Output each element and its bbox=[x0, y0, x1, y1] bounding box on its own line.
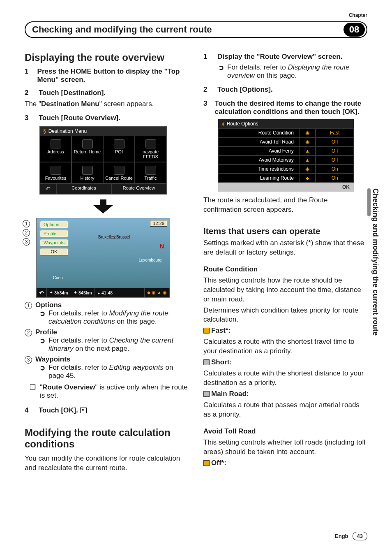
lang-label: Engb bbox=[335, 533, 348, 539]
refer-text: For details, refer to Editing waypoints … bbox=[48, 364, 189, 380]
rov-waypoints-button: Waypoints bbox=[40, 239, 68, 246]
map-city-label: Bruxelles:Brussel bbox=[98, 235, 130, 239]
dest-menu-header: §Destination Menu bbox=[40, 127, 166, 136]
page-title: Checking and modifying the current route bbox=[32, 24, 344, 35]
step-text: Display the "Route Overview" screen. bbox=[217, 53, 342, 61]
callout-marker: 2 bbox=[23, 229, 30, 236]
body-text: This setting controls whether toll roads… bbox=[203, 438, 367, 457]
step-text: Touch [Route Overview]. bbox=[39, 114, 120, 122]
page-footer: Engb 43 bbox=[335, 532, 367, 540]
dest-item: POI bbox=[103, 136, 135, 162]
body-text: Calculates a route with the shortest tra… bbox=[203, 337, 367, 356]
poi-icon bbox=[114, 139, 125, 148]
callout-number: 2 bbox=[25, 329, 32, 336]
option-label: Short: bbox=[211, 358, 232, 366]
dest-item: Favourites bbox=[40, 162, 71, 183]
option-icon bbox=[203, 391, 210, 397]
step-text: Touch [OK]. bbox=[39, 406, 88, 415]
refer-icon: ➲ bbox=[39, 336, 45, 353]
callout-label: Options bbox=[35, 301, 62, 309]
heading-items-operate: Items that users can operate bbox=[203, 226, 367, 236]
body-text: This setting controls how the route shou… bbox=[203, 276, 367, 304]
history-icon bbox=[82, 166, 93, 175]
body-text: Determines which condition takes priorit… bbox=[203, 306, 367, 325]
option-icon bbox=[203, 359, 210, 365]
step-number: 3 bbox=[25, 114, 31, 122]
ropt-header: §Route Options bbox=[218, 119, 354, 128]
ropt-icon: ▲ bbox=[299, 146, 316, 155]
ropt-label: Learning Route bbox=[218, 174, 299, 183]
down-arrow-icon bbox=[39, 199, 167, 215]
dest-foot-item: Route Overview bbox=[111, 183, 166, 194]
callout-number: 1 bbox=[25, 302, 32, 309]
compass-north-icon: N bbox=[160, 243, 164, 250]
option-icon bbox=[203, 460, 210, 466]
ropt-ok-button: OK bbox=[218, 183, 354, 192]
svg-marker-0 bbox=[93, 199, 113, 213]
note-text: "Route Overview" is active only when the… bbox=[40, 383, 189, 400]
subheading: Avoid Toll Road bbox=[203, 427, 367, 436]
refer-text: For details, refer to Displaying the rou… bbox=[227, 63, 367, 80]
right-column: 1Display the "Route Overview" screen. ➲F… bbox=[203, 50, 367, 475]
rov-options-button: Options bbox=[40, 221, 68, 228]
step-text: Touch the desired items to change the ro… bbox=[214, 100, 367, 116]
address-icon bbox=[51, 139, 61, 148]
chapter-badge: 08 bbox=[344, 23, 365, 37]
ropt-icon: ◉ bbox=[299, 128, 316, 137]
back-icon: § bbox=[43, 128, 46, 134]
refer-icon: ➲ bbox=[39, 309, 45, 326]
cost-label: ⬥ 41.48 bbox=[95, 288, 145, 297]
body-text: Settings marked with an asterisk (*) sho… bbox=[203, 239, 367, 257]
note-icon: ❐ bbox=[30, 383, 36, 400]
ropt-value: Fast bbox=[316, 128, 354, 137]
ropt-value: Off bbox=[316, 155, 354, 164]
rov-profile-button: Profile bbox=[40, 230, 68, 237]
title-bar: Checking and modifying the current route… bbox=[25, 21, 367, 38]
distance-label: ✦ 345km bbox=[71, 288, 95, 297]
clock-label: 12:29 bbox=[150, 220, 167, 227]
route-overview-figure: 1 2 3 Options Profile Waypoints OK 12:29… bbox=[36, 218, 170, 298]
dest-item: History bbox=[71, 162, 103, 183]
favourites-icon bbox=[51, 166, 61, 175]
route-options-figure: §Route Options Route Condition◉Fast Avoi… bbox=[218, 119, 354, 192]
side-tab-marker bbox=[367, 188, 371, 216]
destination-menu-figure: §Destination Menu Address Return Home PO… bbox=[39, 126, 167, 195]
status-icons: ◆ ◉ ▲ ◉ bbox=[145, 288, 170, 297]
body-text: Calculates a route that passes major art… bbox=[203, 401, 367, 419]
left-column: Displaying the route overview 1Press the… bbox=[25, 50, 189, 475]
refer-icon: ➲ bbox=[39, 364, 45, 380]
body-text: You can modify the conditions for route … bbox=[25, 454, 189, 473]
callout-label: Profile bbox=[35, 328, 57, 336]
rov-ok-button: OK bbox=[40, 248, 68, 255]
dest-item: navgate FEEDS bbox=[135, 136, 166, 162]
back-button bbox=[40, 183, 56, 194]
dest-item: Return Home bbox=[71, 136, 103, 162]
step-number: 4 bbox=[25, 406, 31, 415]
duration-label: ✦ 3h34m bbox=[47, 288, 71, 297]
ropt-value: On bbox=[316, 174, 354, 183]
step-text: Press the HOME button to display the "To… bbox=[37, 67, 189, 84]
option-icon bbox=[203, 328, 210, 334]
step-number: 3 bbox=[203, 100, 207, 116]
step-subtext: The "Destination Menu" screen appears. bbox=[25, 100, 189, 109]
ropt-label: Avoid Motorway bbox=[218, 155, 299, 164]
chapter-label: Chapter bbox=[349, 12, 367, 18]
refer-text: For details, refer to Modifying the rout… bbox=[48, 309, 189, 326]
back-icon bbox=[37, 288, 47, 297]
ropt-value: Off bbox=[316, 137, 354, 146]
body-text: Calculates a route with the shortest dis… bbox=[203, 369, 367, 388]
option-label: Off*: bbox=[211, 459, 226, 467]
step-text: Touch [Destination]. bbox=[39, 89, 106, 97]
ropt-value: On bbox=[316, 164, 354, 174]
ropt-label: Route Condition bbox=[218, 128, 299, 137]
traffic-icon bbox=[145, 166, 156, 175]
heading-display-overview: Displaying the route overview bbox=[25, 52, 189, 63]
subheading: Route Condition bbox=[203, 265, 367, 274]
page-number: 43 bbox=[353, 532, 367, 540]
ropt-icon: ▲ bbox=[299, 155, 316, 164]
side-title: Checking and modifying the current route bbox=[371, 188, 380, 336]
callout-number: 3 bbox=[25, 356, 32, 364]
dest-item: Address bbox=[40, 136, 71, 162]
home-icon bbox=[82, 139, 93, 148]
ropt-label: Avoid Toll Road bbox=[218, 137, 299, 146]
